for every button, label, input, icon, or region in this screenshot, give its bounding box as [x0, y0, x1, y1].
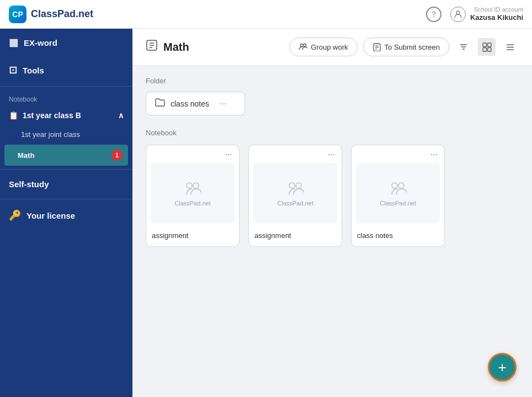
card-1-thumb-inner: ClassPad.net [174, 180, 210, 207]
card-2-more[interactable]: ··· [326, 149, 337, 161]
sidebar-math-active[interactable]: Math 1 [4, 145, 128, 166]
card-2-label: assignment [249, 228, 342, 246]
to-submit-label: To Submit screen [385, 43, 440, 51]
logo-icon: CP [9, 6, 26, 23]
svg-point-23 [289, 183, 295, 188]
class-b-label: 1st year class B [23, 111, 81, 120]
chevron-up-icon: ∧ [118, 111, 124, 120]
card-1-brand: ClassPad.net [174, 200, 210, 207]
joint-class-label: 1st year joint class [21, 130, 80, 139]
folder-section-label: Folder [146, 77, 519, 85]
card-3-label: class notes [352, 228, 444, 246]
sidebar-divider-1 [0, 86, 132, 87]
svg-rect-16 [483, 47, 487, 51]
notebook-card-1[interactable]: ··· ClassPad.net assignment [146, 145, 240, 247]
your-license-label: Your license [26, 211, 75, 220]
folder-more-icon[interactable]: ··· [219, 99, 226, 109]
content-title: Math [146, 39, 189, 55]
sidebar-item-exword[interactable]: ▦ EX-word [0, 29, 132, 56]
card-2-thumb-inner: ClassPad.net [277, 180, 313, 207]
svg-point-6 [304, 44, 306, 47]
folder-class-notes[interactable]: class notes ··· [146, 92, 245, 115]
exword-icon: ▦ [9, 36, 18, 49]
notebook-section-label: Notebook [0, 89, 132, 105]
card-3-thumb-inner: ClassPad.net [380, 180, 416, 207]
user-text: School ID account Kazusa Kikuchi [470, 6, 523, 23]
sidebar-divider-2 [0, 169, 132, 170]
svg-point-5 [301, 44, 304, 47]
card-3-more[interactable]: ··· [428, 149, 440, 161]
math-title-icon [146, 39, 158, 55]
svg-rect-15 [487, 43, 491, 47]
page-title: Math [163, 41, 189, 54]
user-name: Kazusa Kikuchi [470, 13, 523, 23]
tools-icon: ⊡ [9, 64, 17, 76]
user-info[interactable]: School ID account Kazusa Kikuchi [450, 6, 523, 23]
app-logo[interactable]: CP ClassPad.net [9, 6, 93, 23]
topbar-right: ? School ID account Kazusa Kikuchi [426, 6, 523, 23]
svg-point-0 [456, 11, 460, 14]
card-3-thumb: ClassPad.net [356, 163, 440, 224]
sort-button[interactable] [455, 38, 472, 56]
svg-point-26 [398, 183, 404, 188]
notebook-grid: ··· ClassPad.net assignment ··· [146, 145, 519, 247]
math-badge: 1 [111, 150, 123, 161]
sidebar-joint-class[interactable]: 1st year joint class [0, 125, 132, 144]
card-1-label: assignment [146, 228, 239, 246]
grid-view-button[interactable] [478, 38, 496, 56]
class-b-icon: 📋 [9, 111, 18, 120]
card-2-top: ··· [249, 145, 342, 161]
content-area: Math Group work To Submit screen [132, 29, 532, 397]
svg-point-25 [392, 183, 397, 188]
sidebar-divider-3 [0, 199, 132, 199]
list-view-button[interactable] [501, 38, 519, 56]
group-work-button[interactable]: Group work [289, 38, 357, 56]
card-1-top: ··· [146, 145, 239, 161]
main-layout: ▦ EX-word ⊡ Tools Notebook 📋 1st year cl… [0, 29, 532, 397]
sidebar-your-license[interactable]: 🔑 Your license [0, 202, 132, 229]
to-submit-button[interactable]: To Submit screen [363, 38, 449, 56]
content-body: Folder class notes ··· Notebook ··· [132, 66, 532, 258]
card-3-top: ··· [352, 145, 444, 161]
tools-label: Tools [23, 66, 44, 75]
svg-point-21 [187, 183, 192, 188]
self-study-label: Self-study [9, 179, 49, 189]
group-work-label: Group work [311, 43, 348, 51]
sidebar-item-tools[interactable]: ⊡ Tools [0, 56, 132, 84]
card-2-thumb: ClassPad.net [253, 163, 337, 224]
account-label: School ID account [470, 6, 523, 13]
notebook-section-label-content: Notebook [146, 129, 519, 137]
topbar: CP ClassPad.net ? School ID account Kazu… [0, 0, 532, 29]
sidebar-self-study[interactable]: Self-study [0, 172, 132, 197]
license-icon: 🔑 [9, 209, 21, 221]
sidebar-class-b[interactable]: 📋 1st year class B ∧ [0, 105, 132, 125]
exword-label: EX-word [24, 38, 57, 47]
card-1-thumb: ClassPad.net [151, 163, 235, 224]
user-avatar-icon [450, 7, 466, 22]
svg-point-22 [193, 183, 199, 188]
svg-point-24 [296, 183, 301, 188]
app-name: ClassPad.net [31, 8, 93, 20]
notebook-card-3[interactable]: ··· ClassPad.net class notes [351, 145, 445, 247]
help-icon[interactable]: ? [426, 7, 441, 22]
class-b-left: 📋 1st year class B [9, 111, 81, 120]
folder-icon [155, 98, 165, 109]
card-3-brand: ClassPad.net [380, 200, 416, 207]
svg-rect-17 [487, 47, 491, 51]
notebook-card-2[interactable]: ··· ClassPad.net assignment [248, 145, 342, 247]
content-header: Math Group work To Submit screen [132, 29, 532, 66]
svg-rect-14 [483, 43, 487, 47]
sidebar: ▦ EX-word ⊡ Tools Notebook 📋 1st year cl… [0, 29, 132, 397]
fab-plus-icon: + [498, 359, 506, 376]
folder-name: class notes [171, 99, 209, 108]
header-actions: Group work To Submit screen [289, 38, 519, 56]
card-1-more[interactable]: ··· [223, 149, 235, 161]
add-fab-button[interactable]: + [488, 353, 517, 382]
card-2-brand: ClassPad.net [277, 200, 313, 207]
math-label: Math [18, 151, 34, 160]
